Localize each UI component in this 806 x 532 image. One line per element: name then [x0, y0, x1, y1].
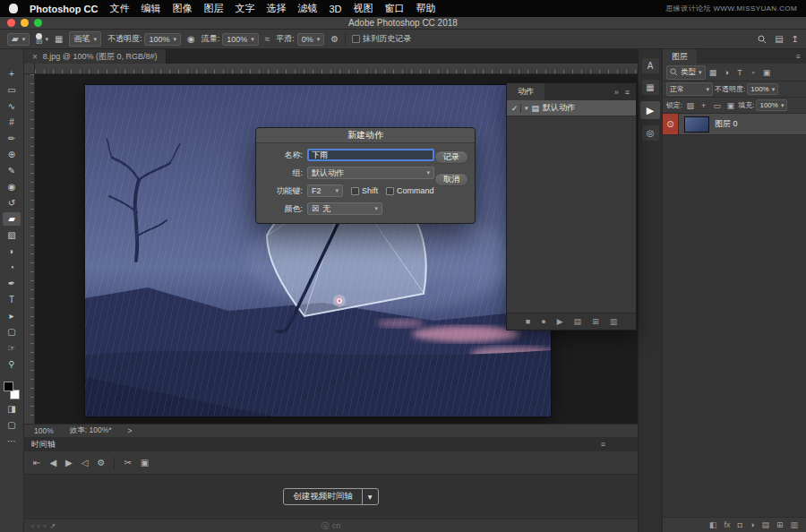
pen-tool[interactable]: ✒	[3, 277, 21, 290]
hand-tool[interactable]: ☞	[3, 341, 21, 355]
play-icon[interactable]: ▶	[65, 458, 73, 468]
collapse-panel-icon[interactable]: »	[614, 88, 619, 97]
crop-tool[interactable]: #	[3, 116, 21, 129]
menu-item-file[interactable]: 文件	[109, 2, 129, 15]
zoom-level-value[interactable]: 100%	[34, 426, 54, 435]
first-frame-icon[interactable]: ⇤	[33, 458, 40, 468]
brush-tool[interactable]: ✎	[3, 164, 21, 177]
eyedropper-tool[interactable]: ✏	[3, 132, 21, 145]
brush-preset-picker[interactable]: 89 ▾	[36, 33, 48, 46]
record-button[interactable]: 记录	[434, 150, 468, 164]
delete-layer-icon[interactable]: ▥	[790, 520, 798, 529]
menu-item-type[interactable]: 文字	[235, 2, 254, 15]
layers-tab[interactable]: 图层	[663, 49, 697, 64]
blur-tool[interactable]: ◗	[3, 245, 21, 258]
transition-icon[interactable]: ▣	[141, 458, 149, 468]
character-panel-icon[interactable]: A	[642, 58, 659, 73]
menu-item-select[interactable]: 选择	[266, 2, 286, 15]
lasso-tool[interactable]: ∿	[3, 99, 21, 113]
screen-mode-icon[interactable]: ▢	[3, 418, 21, 432]
type-tool[interactable]: T	[3, 293, 21, 306]
filter-pixel-layers-icon[interactable]: ▦	[707, 68, 719, 77]
new-group-icon[interactable]: ▤	[761, 520, 769, 529]
layer-visibility-eye-icon[interactable]: ⊙	[663, 114, 679, 134]
adjustments-panel-icon[interactable]: ◎	[642, 125, 659, 141]
gradient-tool[interactable]: ▧	[3, 228, 21, 242]
airbrush-icon[interactable]: ≈	[265, 35, 270, 44]
tool-preset-picker[interactable]: ▰ ▾	[7, 33, 30, 46]
window-zoom-button[interactable]	[34, 19, 42, 27]
chevron-down-icon[interactable]: ▾	[363, 489, 378, 504]
timeline-settings-icon[interactable]: ⚙	[98, 458, 106, 468]
dodge-tool[interactable]: ◔	[3, 261, 21, 274]
shortcut-arrow-icon[interactable]: ↗	[50, 522, 56, 530]
menu-item-3d[interactable]: 3D	[329, 4, 341, 14]
action-set-name[interactable]: 默认动作	[543, 102, 575, 114]
stop-recording-icon[interactable]: ■	[526, 317, 530, 326]
lock-artboard-icon[interactable]: ▭	[711, 101, 723, 110]
create-video-timeline-label[interactable]: 创建视频时间轴	[284, 489, 363, 504]
layer-style-fx-icon[interactable]: fx	[725, 520, 731, 529]
actions-tab[interactable]: 动作	[507, 83, 544, 100]
app-menu-name[interactable]: Photoshop CC	[30, 4, 98, 14]
marquee-tool[interactable]: ▭	[3, 83, 21, 97]
frame-size-icon[interactable]: ▫	[38, 522, 40, 530]
healing-brush-tool[interactable]: ⊕	[3, 148, 21, 161]
edit-toolbar-icon[interactable]: ⋯	[3, 434, 21, 448]
filter-adjustment-layers-icon[interactable]: ◑	[721, 68, 733, 77]
layer-filter-select[interactable]: 类型 ▾	[666, 65, 706, 80]
layer-row[interactable]: ⊙ 图层 0	[663, 114, 806, 135]
new-action-icon[interactable]: ⊞	[592, 317, 599, 326]
zoom-tool[interactable]: ⚲	[3, 357, 21, 371]
color-swatches[interactable]	[3, 382, 21, 399]
frame-size-icon[interactable]: ▫	[31, 522, 34, 530]
filter-shape-layers-icon[interactable]: ▫	[748, 68, 759, 77]
next-frame-icon[interactable]: ◁	[81, 458, 89, 468]
panel-menu-icon[interactable]: ≡	[791, 52, 806, 61]
opacity-select[interactable]: 100% ▾	[144, 33, 181, 46]
move-tool[interactable]: +	[3, 67, 21, 81]
share-icon[interactable]: ↥	[792, 35, 799, 44]
split-clip-icon[interactable]: ✂	[124, 458, 131, 468]
new-layer-icon[interactable]: ⊞	[776, 520, 784, 529]
play-selection-icon[interactable]: ▶	[557, 317, 563, 326]
cancel-button[interactable]: 取消	[434, 173, 468, 186]
command-checkbox[interactable]	[386, 187, 394, 195]
eraser-tool[interactable]: ▰	[3, 212, 21, 226]
workspace-icon[interactable]: ▤	[775, 35, 783, 44]
action-group-select[interactable]: 默认动作 ▾	[307, 167, 434, 179]
frame-size-icon[interactable]: ▫	[44, 522, 47, 530]
search-icon[interactable]	[758, 35, 767, 44]
mode-select[interactable]: 画笔 ▾	[69, 31, 101, 47]
adjustment-layer-icon[interactable]: ◑	[750, 520, 754, 529]
document-tab[interactable]: × 8.jpg @ 100% (图层 0, RGB/8#)	[24, 49, 167, 64]
shift-checkbox[interactable]	[351, 187, 359, 195]
menu-item-edit[interactable]: 编辑	[141, 2, 160, 15]
create-video-timeline-button[interactable]: 创建视频时间轴 ▾	[283, 488, 378, 505]
shape-tool[interactable]: ▢	[3, 325, 21, 339]
panel-menu-icon[interactable]: ≡	[625, 88, 630, 97]
libraries-panel-icon[interactable]: ▦	[642, 80, 659, 95]
action-set-row[interactable]: ✓ ▾ ▤ 默认动作	[507, 100, 636, 116]
erase-to-history-control[interactable]: 抹到历史记录	[352, 33, 411, 45]
timeline-tab[interactable]: 时间轴	[31, 439, 56, 450]
expand-set-icon[interactable]: ▾	[525, 105, 528, 112]
layer-opacity-select[interactable]: 100% ▾	[747, 83, 778, 95]
layer-name[interactable]: 图层 0	[715, 118, 738, 130]
erase-to-history-checkbox[interactable]	[352, 35, 360, 43]
lock-transparency-icon[interactable]: ▨	[684, 101, 696, 110]
filter-smart-objects-icon[interactable]: ▣	[761, 68, 773, 77]
flow-select[interactable]: 100% ▾	[222, 33, 259, 46]
menu-item-view[interactable]: 视图	[353, 2, 373, 15]
layer-thumbnail[interactable]	[684, 116, 709, 133]
filter-type-layers-icon[interactable]: T	[734, 68, 746, 77]
window-close-button[interactable]	[7, 19, 15, 27]
clone-stamp-tool[interactable]: ◉	[3, 180, 21, 193]
menu-item-layer[interactable]: 图层	[203, 2, 223, 15]
history-brush-tool[interactable]: ↺	[3, 196, 21, 210]
pressure-opacity-icon[interactable]: ◉	[187, 35, 195, 44]
brush-panel-toggle-icon[interactable]: ▦	[55, 35, 63, 44]
apple-icon[interactable]	[9, 4, 18, 13]
function-key-select[interactable]: F2 ▾	[307, 184, 343, 197]
panel-menu-icon[interactable]: ≡	[601, 440, 605, 449]
